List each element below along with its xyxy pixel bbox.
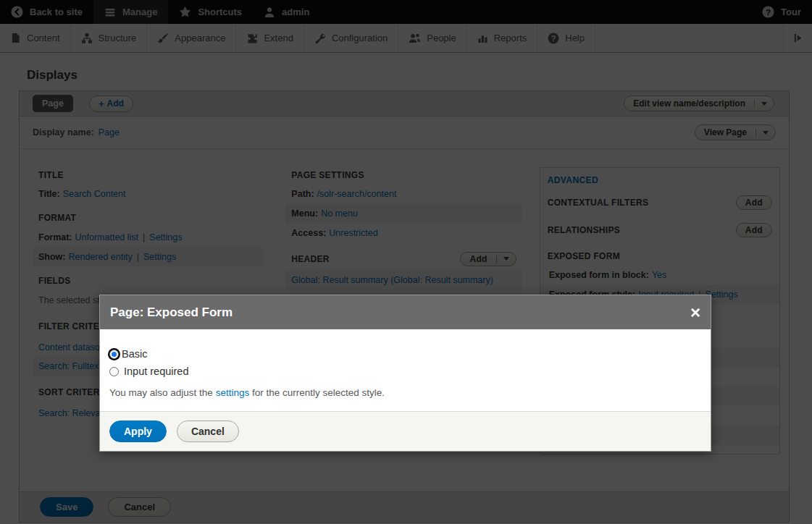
apply-button[interactable]: Apply [109,421,167,442]
close-icon[interactable] [690,304,700,321]
radio-option-input-required[interactable]: Input required [109,365,701,377]
dialog-body: Basic Input required You may also adjust… [100,329,711,411]
radio-unselected-icon[interactable] [109,367,119,376]
exposed-form-dialog: Page: Exposed Form Basic Input required … [99,295,711,452]
dialog-title: Page: Exposed Form [110,305,233,320]
settings-link[interactable]: settings [216,387,250,398]
radio-selected-icon[interactable] [109,350,119,359]
dialog-titlebar: Page: Exposed Form [100,295,711,329]
dialog-note: You may also adjust the settings for the… [109,387,701,398]
dialog-buttonpane: Apply Cancel [100,411,711,451]
dialog-cancel-button[interactable]: Cancel [177,421,239,442]
radio-option-basic[interactable]: Basic [109,348,701,360]
